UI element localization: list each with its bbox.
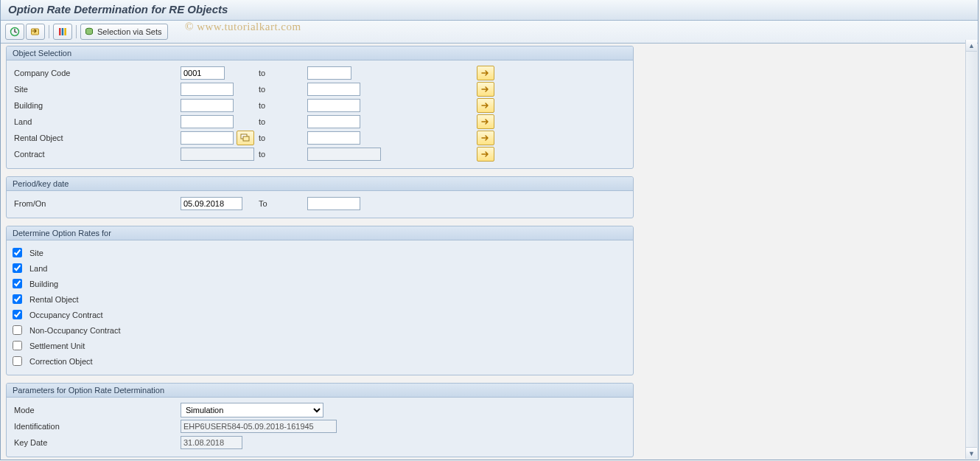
input-site-to[interactable] xyxy=(307,83,360,96)
title-bar: Option Rate Determination for RE Objects xyxy=(1,0,978,21)
row-company-code: Company Code to xyxy=(13,65,627,81)
input-rental-object-from[interactable] xyxy=(181,131,234,145)
arrow-right-icon xyxy=(481,134,490,142)
input-contract-to[interactable] xyxy=(307,148,381,161)
group-header: Parameters for Option Rate Determination xyxy=(7,384,633,398)
to-label: to xyxy=(259,117,303,126)
checkbox-occupancy-contract[interactable] xyxy=(13,310,22,319)
checkbox-label: Land xyxy=(29,264,47,273)
input-contract-from[interactable] xyxy=(181,148,254,161)
execute-button[interactable] xyxy=(5,24,24,40)
svg-rect-3 xyxy=(62,28,64,35)
checkbox-land[interactable] xyxy=(13,263,22,273)
to-label: to xyxy=(259,101,303,110)
input-key-date[interactable] xyxy=(181,436,242,449)
input-company-code-from[interactable] xyxy=(181,66,225,80)
input-rental-object-to[interactable] xyxy=(307,131,360,145)
input-building-to[interactable] xyxy=(307,99,360,112)
checkbox-settlement-unit[interactable] xyxy=(13,341,22,350)
checkbox-row: Correction Object xyxy=(13,353,627,369)
group-header: Object Selection xyxy=(7,46,633,60)
arrow-right-icon xyxy=(481,118,490,125)
columns-icon xyxy=(57,27,68,37)
input-to-date[interactable] xyxy=(307,197,360,210)
checkbox-label: Settlement Unit xyxy=(29,342,85,350)
checkbox-row: Occupancy Contract xyxy=(13,307,627,322)
group-parameters: Parameters for Option Rate Determination… xyxy=(6,383,634,457)
input-land-to[interactable] xyxy=(307,115,360,128)
row-building: Building to xyxy=(13,97,627,114)
multiple-selection-button[interactable] xyxy=(477,66,494,80)
label-from-on: From/On xyxy=(13,199,176,208)
to-label: to xyxy=(259,134,303,142)
input-site-from[interactable] xyxy=(181,83,234,96)
input-from-on[interactable] xyxy=(181,197,242,210)
selection-via-sets-button[interactable]: Selection via Sets xyxy=(80,24,168,40)
svg-rect-7 xyxy=(243,136,249,141)
svg-rect-2 xyxy=(59,28,61,35)
checkbox-non-occupancy-contract[interactable] xyxy=(13,325,22,335)
vertical-scrollbar[interactable]: ▲ ▼ xyxy=(965,40,977,459)
row-from-on: From/On To xyxy=(13,195,627,212)
multiple-selection-button[interactable] xyxy=(477,114,494,129)
scroll-up-icon[interactable]: ▲ xyxy=(966,40,977,52)
selection-via-sets-label: Selection via Sets xyxy=(97,27,161,36)
checkbox-row: Non-Occupancy Contract xyxy=(13,322,627,338)
scroll-down-icon[interactable]: ▼ xyxy=(966,447,977,459)
checkbox-row: Site xyxy=(13,245,627,260)
multiple-selection-button[interactable] xyxy=(477,82,494,97)
group-header: Period/key date xyxy=(7,177,633,191)
checkbox-label: Correction Object xyxy=(29,357,93,366)
get-variant-button[interactable] xyxy=(26,24,45,40)
select-mode[interactable]: Simulation xyxy=(181,403,323,417)
input-company-code-to[interactable] xyxy=(307,66,351,80)
clock-check-icon xyxy=(10,27,20,37)
label-rental-object: Rental Object xyxy=(13,134,176,142)
input-land-from[interactable] xyxy=(181,115,234,128)
svg-rect-4 xyxy=(64,28,66,35)
group-body: Company Code to xyxy=(7,60,633,168)
row-site: Site to xyxy=(13,81,627,97)
group-period-key-date: Period/key date From/On To xyxy=(6,176,634,218)
checkbox-label: Site xyxy=(29,249,43,257)
value-help-button[interactable] xyxy=(237,131,254,145)
toolbar-separator xyxy=(49,25,49,38)
watermark: © www.tutorialkart.com xyxy=(185,21,301,33)
to-label: to xyxy=(259,85,303,94)
row-mode: Mode Simulation xyxy=(13,402,627,418)
checkbox-row: Settlement Unit xyxy=(13,338,627,353)
sap-gui-window: Option Rate Determination for RE Objects… xyxy=(0,0,979,460)
label-building: Building xyxy=(13,101,176,110)
to-label: to xyxy=(259,150,303,159)
to-label: to xyxy=(259,69,303,77)
db-stack-icon xyxy=(84,27,94,37)
checkbox-label: Occupancy Contract xyxy=(29,311,103,319)
dynamic-selections-button[interactable] xyxy=(53,24,72,40)
checkbox-correction-object[interactable] xyxy=(13,356,22,366)
label-identification: Identification xyxy=(13,422,176,431)
multiple-selection-button[interactable] xyxy=(477,147,494,162)
multiple-selection-button[interactable] xyxy=(477,98,494,113)
checkbox-row: Rental Object xyxy=(13,291,627,307)
label-land: Land xyxy=(13,117,176,126)
label-mode: Mode xyxy=(13,406,176,415)
checkbox-row: Building xyxy=(13,276,627,291)
row-identification: Identification xyxy=(13,418,627,434)
group-object-selection: Object Selection Company Code to xyxy=(6,46,634,169)
page-title: Option Rate Determination for RE Objects xyxy=(8,3,970,15)
input-building-from[interactable] xyxy=(181,99,234,112)
row-rental-object: Rental Object to xyxy=(13,130,627,146)
arrow-right-icon xyxy=(481,150,490,158)
checkbox-row: Land xyxy=(13,260,627,276)
checkbox-label: Non-Occupancy Contract xyxy=(29,326,121,335)
input-identification[interactable] xyxy=(181,420,337,433)
checkbox-label: Building xyxy=(29,280,58,288)
label-company-code: Company Code xyxy=(13,69,176,77)
checkbox-rental-object[interactable] xyxy=(13,294,22,304)
multiple-selection-button[interactable] xyxy=(477,131,494,145)
label-site: Site xyxy=(13,85,176,94)
checkbox-building[interactable] xyxy=(13,279,22,288)
checkbox-site[interactable] xyxy=(13,248,22,257)
value-help-icon xyxy=(240,134,251,142)
arrow-right-icon xyxy=(481,102,490,109)
